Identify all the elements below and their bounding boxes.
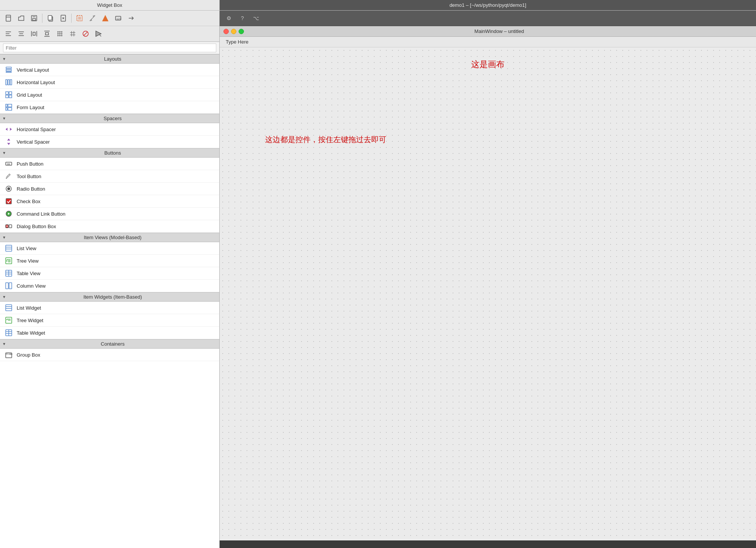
widget-label-push-button: Push Button <box>17 161 44 167</box>
preview-button[interactable] <box>92 28 105 40</box>
svg-rect-43 <box>6 92 8 94</box>
widget-item-check-box[interactable]: Check Box <box>0 195 219 208</box>
widget-label-form-layout: Form Layout <box>17 105 44 110</box>
demo-help-button[interactable]: ? <box>237 13 248 23</box>
widget-label-tree-widget: Tree Widget <box>17 318 43 323</box>
toolbar-sep-1 <box>42 14 42 23</box>
toolbar-row-2 <box>0 26 219 42</box>
main-layout: 123 <box>0 11 756 548</box>
svg-rect-73 <box>9 283 12 289</box>
svg-rect-38 <box>6 69 11 71</box>
canvas-title-text: 这是画布 <box>471 59 505 70</box>
widget-item-command-link-button[interactable]: Command Link Button <box>0 208 219 220</box>
svg-rect-50 <box>8 108 12 110</box>
widget-label-horizontal-layout: Horizontal Layout <box>17 80 55 85</box>
distribute-v-button[interactable] <box>41 28 53 40</box>
widget-icon-push-button: OK <box>5 160 13 168</box>
widget-box-title: Widget Box <box>0 0 220 10</box>
section-arrow-buttons: ▼ <box>2 151 6 155</box>
section-title-containers: Containers <box>8 341 217 347</box>
widget-label-table-view: Table View <box>17 271 41 276</box>
select-button[interactable] <box>73 12 86 24</box>
widget-icon-command-link-button <box>5 210 13 218</box>
widget-icon-check-box <box>5 197 13 205</box>
widget-label-vertical-layout: Vertical Layout <box>17 67 49 73</box>
widget-item-tree-widget[interactable]: Tree Widget <box>0 314 219 327</box>
svg-rect-74 <box>6 305 12 311</box>
new-file-button[interactable] <box>2 12 14 24</box>
widget-item-column-view[interactable]: Column View <box>0 280 219 292</box>
copy-button[interactable] <box>44 12 56 24</box>
widget-item-horizontal-spacer[interactable]: Horizontal Spacer <box>0 123 219 136</box>
widget-item-list-view[interactable]: List View <box>0 242 219 255</box>
filter-input[interactable] <box>3 44 216 52</box>
no-layout-button[interactable] <box>80 28 92 40</box>
menubar-type-here[interactable]: Type Here <box>223 38 251 45</box>
widget-item-radio-button[interactable]: Radio Button <box>0 183 219 195</box>
widget-label-radio-button: Radio Button <box>17 186 45 192</box>
widget-item-tree-view[interactable]: Tree View <box>0 255 219 267</box>
cut-button[interactable] <box>57 12 69 24</box>
align-left-button[interactable] <box>2 28 14 40</box>
widget-item-dialog-button-box[interactable]: ✖Dialog Button Box <box>0 220 219 233</box>
section-header-buttons[interactable]: ▼Buttons <box>0 148 219 158</box>
widget-item-grid-layout[interactable]: Grid Layout <box>0 89 219 101</box>
svg-rect-42 <box>10 80 12 85</box>
section-header-spacers[interactable]: ▼Spacers <box>0 114 219 123</box>
widget-icon-dialog-button-box: ✖ <box>5 222 13 230</box>
widget-item-vertical-layout[interactable]: Vertical Layout <box>0 64 219 76</box>
widget-icon-list-widget <box>5 304 13 312</box>
widget-icon-grid-layout <box>5 91 13 99</box>
demo-settings-button[interactable]: ⚙ <box>223 13 234 23</box>
section-header-item-widgets[interactable]: ▼Item Widgets (Item-Based) <box>0 292 219 302</box>
filter-bar <box>0 42 219 54</box>
svg-rect-41 <box>8 80 9 85</box>
maximize-button[interactable] <box>239 29 244 34</box>
widget-label-column-view: Column View <box>17 283 45 289</box>
widget-item-vertical-spacer[interactable]: Vertical Spacer <box>0 136 219 148</box>
align-center-button[interactable] <box>15 28 27 40</box>
toolbar-area: 123 <box>0 11 219 42</box>
distribute-h-button[interactable] <box>28 28 40 40</box>
widget-item-group-box[interactable]: Group BoxGroup Box <box>0 349 219 361</box>
close-button[interactable] <box>223 29 229 34</box>
transform-button[interactable] <box>86 12 98 24</box>
widget-item-table-view[interactable]: Table View <box>0 267 219 280</box>
widget-icon-horizontal-layout <box>5 78 13 86</box>
svg-rect-5 <box>48 16 52 20</box>
grid-snap-button[interactable] <box>54 28 66 40</box>
open-file-button[interactable] <box>15 12 27 24</box>
tab-order-button[interactable]: 123 <box>112 12 124 24</box>
widget-label-command-link-button: Command Link Button <box>17 211 66 217</box>
demo-code-button[interactable]: ⌥ <box>251 13 261 23</box>
widget-icon-vertical-spacer <box>5 138 13 146</box>
section-arrow-layouts: ▼ <box>2 57 6 61</box>
demo-window-title: MainWindow – untitled <box>246 28 752 34</box>
svg-rect-47 <box>6 104 7 107</box>
widget-box-panel: 123 <box>0 11 220 548</box>
widget-label-tool-button: Tool Button <box>17 174 41 179</box>
svg-marker-10 <box>102 15 108 21</box>
demo-window: MainWindow – untitled Type Here 这是画布 这边都… <box>220 26 756 540</box>
section-arrow-spacers: ▼ <box>2 116 6 121</box>
widget-item-tool-button[interactable]: Tool Button <box>0 170 219 183</box>
widget-item-push-button[interactable]: OKPush Button <box>0 158 219 170</box>
widget-button[interactable] <box>99 12 111 24</box>
widget-item-form-layout[interactable]: Form Layout <box>0 101 219 114</box>
minimize-button[interactable] <box>231 29 236 34</box>
widget-label-vertical-spacer: Vertical Spacer <box>17 139 50 145</box>
svg-rect-46 <box>9 95 12 98</box>
section-title-spacers: Spacers <box>8 116 217 121</box>
svg-rect-40 <box>6 80 7 85</box>
widget-item-horizontal-layout[interactable]: Horizontal Layout <box>0 76 219 89</box>
section-header-item-views[interactable]: ▼Item Views (Model-Based) <box>0 233 219 242</box>
section-header-containers[interactable]: ▼Containers <box>0 339 219 349</box>
grid-visible-button[interactable] <box>67 28 79 40</box>
section-header-layouts[interactable]: ▼Layouts <box>0 54 219 64</box>
widget-item-list-widget[interactable]: List Widget <box>0 302 219 314</box>
demo-title: demo1 – [~/ws/python/pyqt/demo1] <box>220 0 756 10</box>
widget-item-table-widget[interactable]: Table Widget <box>0 327 219 339</box>
arrow-button[interactable] <box>125 12 137 24</box>
save-file-button[interactable] <box>28 12 40 24</box>
demo-canvas[interactable]: 这是画布 这边都是控件，按住左键拖过去即可 <box>220 47 756 540</box>
